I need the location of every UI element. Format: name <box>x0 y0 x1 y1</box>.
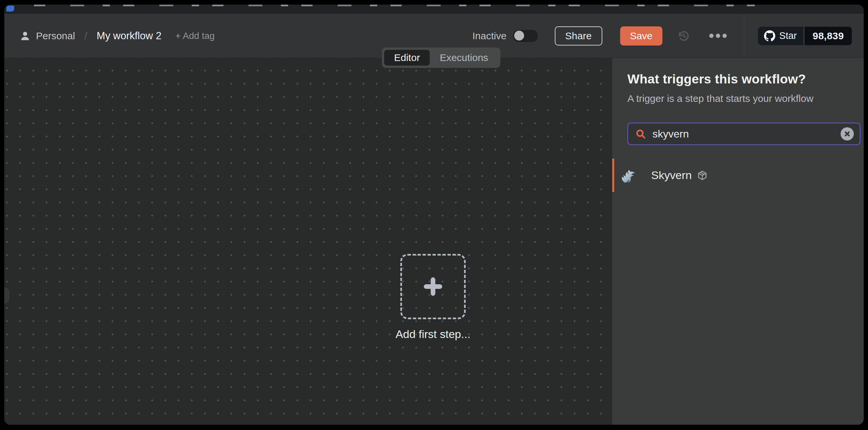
search-icon <box>635 129 646 139</box>
github-star-label: Star <box>779 30 797 41</box>
package-icon <box>697 170 708 181</box>
add-first-step-label: Add first step... <box>396 328 471 341</box>
panel-title: What triggers this workflow? <box>627 72 848 87</box>
add-tag-button[interactable]: + Add tag <box>175 31 215 41</box>
result-name: Skyvern <box>651 169 692 182</box>
ellipsis-icon <box>722 34 727 38</box>
active-toggle[interactable] <box>513 29 538 42</box>
header-divider <box>744 14 744 58</box>
trigger-panel: What triggers this workflow? A trigger i… <box>612 58 864 425</box>
github-octocat-icon <box>764 30 775 41</box>
toggle-knob <box>514 31 524 40</box>
app-window: Personal / My workflow 2 + Add tag Inact… <box>4 5 864 425</box>
selected-result-accent <box>612 159 614 192</box>
history-icon <box>676 29 691 43</box>
add-first-step: Add first step... <box>379 254 487 341</box>
more-options-button[interactable] <box>708 30 728 41</box>
github-star-count[interactable]: 98,839 <box>805 27 852 45</box>
browser-tab-blue-fragment <box>6 6 14 11</box>
github-star-widget[interactable]: Star 98,839 <box>758 27 852 45</box>
tab-editor[interactable]: Editor <box>384 50 430 66</box>
clear-icon <box>844 131 850 137</box>
browser-tabs-fragment <box>34 5 755 6</box>
add-first-step-button[interactable] <box>400 254 466 319</box>
skyvern-dragon-logo <box>620 167 637 184</box>
node-search-input[interactable] <box>652 128 841 140</box>
share-button[interactable]: Share <box>555 26 602 45</box>
save-button[interactable]: Save <box>620 26 662 45</box>
workflow-canvas[interactable]: Add first step... <box>4 58 612 425</box>
view-tabs: Editor Executions <box>382 47 500 68</box>
header-actions: Inactive Share Save <box>472 14 852 58</box>
history-button[interactable] <box>676 28 691 44</box>
breadcrumb-separator: / <box>84 29 87 42</box>
panel-subtitle: A trigger is a step that starts your wor… <box>627 93 848 104</box>
ellipsis-icon <box>716 34 720 38</box>
clear-search-button[interactable] <box>841 127 854 140</box>
breadcrumb-project[interactable]: Personal <box>36 30 75 41</box>
breadcrumb: Personal / My workflow 2 + Add tag <box>20 29 215 42</box>
plus-icon <box>423 276 443 297</box>
search-result-skyvern[interactable]: Skyvern <box>612 159 864 192</box>
tab-executions[interactable]: Executions <box>430 50 498 66</box>
workflow-name[interactable]: My workflow 2 <box>97 30 161 42</box>
ellipsis-icon <box>709 34 714 38</box>
sidebar-expand-handle[interactable] <box>4 288 9 303</box>
workflow-status-label: Inactive <box>472 30 506 41</box>
github-star-button[interactable]: Star <box>758 27 803 45</box>
browser-tab-strip <box>4 5 864 14</box>
node-search-box <box>627 123 860 145</box>
person-icon <box>20 30 31 41</box>
